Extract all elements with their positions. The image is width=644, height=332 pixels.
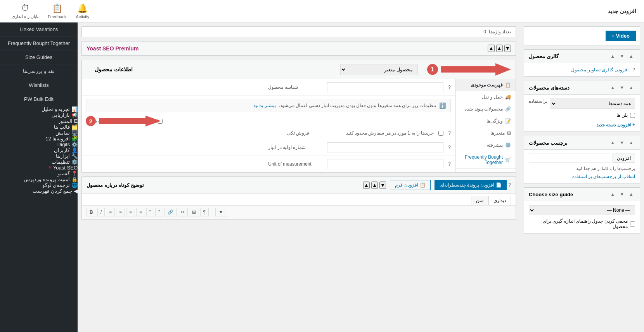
size-guide-body: — None — مخفی کردن جدول راهنمای اندازه گ… bbox=[524, 201, 640, 233]
add-form-btn[interactable]: 📋 افزودن فرم bbox=[390, 180, 430, 190]
cats-down-btn[interactable]: ▼ bbox=[618, 84, 626, 91]
tab-advanced[interactable]: ⚙️ پیشرفته bbox=[456, 139, 516, 151]
tags-input[interactable] bbox=[529, 154, 610, 163]
bold-btn[interactable]: B bbox=[87, 208, 96, 216]
sidebar-reviews[interactable]: نقد و بررسی‌ها bbox=[0, 64, 78, 78]
sidebar-analysis[interactable]: 📊 تجربه و تحلیل bbox=[0, 106, 78, 112]
main-content: تعداد واژه‌ها: 0 ▼ ▲ ▲ Yoast SEO Premium bbox=[78, 22, 520, 332]
editor-sep: | bbox=[211, 208, 213, 216]
size-guide-up-btn[interactable]: ▲ bbox=[627, 191, 635, 198]
sidebar-templates[interactable]: 🗂️ قالب ها bbox=[0, 124, 78, 130]
sidebar-plugins[interactable]: 🧩 افزونه‌ها 12 bbox=[0, 136, 78, 142]
sidebar-elementor[interactable]: E المنتور bbox=[0, 118, 78, 124]
size-guide-collapse-btn[interactable]: ▲ bbox=[609, 191, 616, 198]
cats-up-btn[interactable]: ▲ bbox=[627, 84, 635, 91]
sidebar-bulk-edit[interactable]: PW Bulk Edit bbox=[0, 92, 78, 106]
editor-toolbar-expand[interactable]: ▼ bbox=[215, 208, 226, 216]
short-desc-up-btn[interactable]: ▲ bbox=[371, 182, 378, 189]
sidebar-settings[interactable]: ⚙️ تنظیمات bbox=[0, 159, 78, 165]
activity-btn[interactable]: 🔔 Activity bbox=[72, 1, 93, 21]
feedback-btn[interactable]: 📋 Feedback bbox=[44, 1, 70, 21]
tab-text[interactable]: متن bbox=[471, 196, 488, 205]
sku-input[interactable] bbox=[327, 82, 443, 92]
cats-add-link[interactable]: + افزودن دسته جدید bbox=[596, 122, 635, 128]
stock-floor-input[interactable] bbox=[327, 142, 443, 152]
sidebar-users[interactable]: 👤 کاربران bbox=[0, 147, 78, 153]
gallery-help-icon[interactable]: ? bbox=[632, 67, 635, 73]
rtl-btn[interactable]: ¶ bbox=[200, 208, 209, 216]
sidebar-security[interactable]: 🔒 امنیت پرونده‌ وردپرس bbox=[0, 176, 78, 182]
editor-btn-1[interactable]: ≡ bbox=[106, 208, 115, 216]
size-guides-label: Size Guides bbox=[25, 54, 52, 60]
tab-inventory[interactable]: 📋 فهرست موجودی bbox=[456, 79, 516, 91]
tags-collapse-btn[interactable]: ▲ bbox=[609, 139, 616, 146]
size-guide-title: Choose size guide bbox=[529, 192, 573, 197]
cats-collapse-btn[interactable]: ▲ bbox=[609, 84, 616, 91]
gallery-up-btn[interactable]: ▲ bbox=[627, 53, 635, 60]
product-type-select[interactable]: محصول متغیر محصول ساده محصول گروهی محصول… bbox=[340, 64, 418, 75]
sidebar-fbt[interactable]: Frequently Bought Together bbox=[0, 36, 78, 50]
size-guide-down-btn[interactable]: ▼ bbox=[618, 191, 626, 198]
svg-marker-1 bbox=[99, 116, 161, 126]
size-guide-select[interactable]: — None — bbox=[529, 205, 635, 215]
sidebar-linked-variations[interactable]: Linked Variations bbox=[0, 22, 78, 36]
gallery-collapse-btn[interactable]: ▲ bbox=[609, 53, 616, 60]
tab-linked[interactable]: 🔗 محصولات پیوند شده bbox=[456, 103, 516, 115]
gallery-panel-body: ? افزودن گالری تصاویر محصول bbox=[524, 63, 640, 76]
yoast-collapse-btn[interactable]: ▲ bbox=[488, 45, 494, 52]
gallery-add-link[interactable]: افزودن گالری تصاویر محصول bbox=[571, 67, 628, 73]
sidebar-collapse[interactable]: ◀ جمع کردن فهرست bbox=[0, 188, 78, 194]
tags-up-btn[interactable]: ▲ bbox=[627, 139, 635, 146]
notice-text: تنظیمات زیر برای همه متغیرها بدون فعال ب… bbox=[279, 103, 436, 108]
tab-fbt[interactable]: 🛒 Frequently Bought Together bbox=[456, 151, 516, 169]
red-arrow-2-svg bbox=[99, 116, 161, 126]
tab-attributes[interactable]: 📝 ویژگی‌ها bbox=[456, 115, 516, 127]
cats-checkbox-0[interactable] bbox=[630, 113, 635, 118]
sidebar-size-guides[interactable]: Size Guides bbox=[0, 50, 78, 64]
sidebar-translate[interactable]: 🌐 ترجمه‌ی لوگو bbox=[0, 182, 78, 188]
sidebar-marketing[interactable]: 📢 بازاریابی bbox=[0, 112, 78, 118]
editor-btn-4[interactable]: ≡ bbox=[136, 208, 145, 216]
unit-input[interactable] bbox=[327, 159, 443, 169]
stock-floor-help[interactable]: ? bbox=[448, 145, 451, 150]
sidebar-tools[interactable]: 🔧 ابزارها bbox=[0, 153, 78, 159]
italic-btn[interactable]: I bbox=[97, 208, 105, 216]
tab-shipping[interactable]: 🚚 حمل و نقل bbox=[456, 91, 516, 103]
size-guide-checkbox[interactable] bbox=[630, 221, 635, 227]
short-desc-down-btn[interactable]: ▼ bbox=[379, 182, 386, 189]
cats-label-0: بلن ها bbox=[616, 112, 628, 118]
yoast-up-btn[interactable]: ▲ bbox=[496, 45, 503, 52]
editor-btn-8[interactable]: ✂ bbox=[178, 208, 188, 216]
sidebar-wishlists[interactable]: Wishlists bbox=[0, 78, 78, 92]
editor-btn-3[interactable]: ≡ bbox=[126, 208, 135, 216]
sold-individually-help[interactable]: ? bbox=[448, 130, 451, 136]
sidebar-digits[interactable]: ⚙️ Digits bbox=[0, 142, 78, 147]
attributes-icon: 📝 bbox=[505, 118, 511, 124]
tab-variations[interactable]: ⊞ متغیرها bbox=[456, 127, 516, 139]
unit-help[interactable]: ? bbox=[448, 161, 451, 167]
tags-down-btn[interactable]: ▼ bbox=[618, 139, 626, 146]
tab-visual[interactable]: دیداری bbox=[488, 196, 511, 205]
cats-all-select[interactable]: همه دسته‌ها bbox=[551, 99, 635, 109]
gallery-down-btn[interactable]: ▼ bbox=[618, 53, 626, 60]
tags-add-btn[interactable]: افزودن bbox=[613, 154, 635, 163]
sidebar-yoast[interactable]: Y Yoast SEO bbox=[0, 165, 78, 171]
short-desc-collapse-btn[interactable]: ▲ bbox=[363, 182, 370, 189]
add-video-btn[interactable]: Video + bbox=[606, 31, 636, 41]
editor-btn-6[interactable]: " bbox=[155, 208, 163, 216]
sold-individually-checkbox[interactable] bbox=[438, 131, 443, 136]
sidebar-display[interactable]: 🖥️ نمایش bbox=[0, 130, 78, 136]
sidebar-goftino[interactable]: 📍 گفتینو bbox=[0, 171, 78, 176]
editor-btn-7[interactable]: 🔗 bbox=[164, 208, 177, 216]
add-multiline-btn[interactable]: 📄 افزودن پروندهٔ چندسطرانه‌ای bbox=[435, 180, 507, 190]
sku-help[interactable]: ? bbox=[448, 85, 451, 90]
editor-btn-2[interactable]: ≡ bbox=[116, 208, 125, 216]
setup-wizard-btn[interactable]: ⏱ پایان راه اندازی bbox=[8, 1, 42, 21]
tags-choose-link[interactable]: انتخاب از برچسب‌های پر استفاده bbox=[572, 174, 635, 179]
notice-link[interactable]: بیشتر بدانید bbox=[253, 103, 275, 108]
editor-btn-5[interactable]: " bbox=[146, 208, 154, 216]
editor-btn-9[interactable]: ⊞ bbox=[189, 208, 199, 216]
multiline-icon: 📄 bbox=[496, 182, 502, 188]
short-desc-help-icon[interactable]: ? bbox=[508, 182, 511, 188]
yoast-down-btn[interactable]: ▼ bbox=[504, 45, 511, 52]
